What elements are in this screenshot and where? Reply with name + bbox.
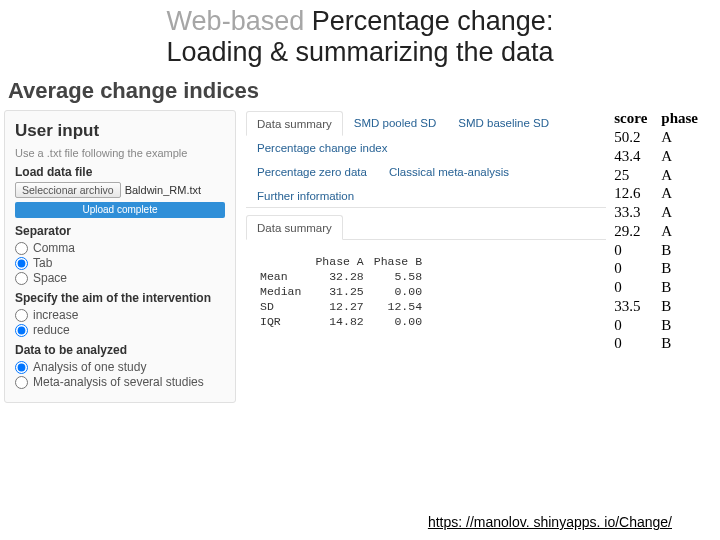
aim-option-increase[interactable]: increase	[15, 308, 225, 322]
raw-cell: B	[661, 334, 698, 353]
file-name: Baldwin_RM.txt	[125, 184, 201, 196]
radio-icon[interactable]	[15, 242, 28, 255]
raw-cell: 43.4	[614, 147, 647, 166]
analyze-option-one[interactable]: Analysis of one study	[15, 360, 225, 374]
raw-cell: B	[661, 316, 698, 335]
raw-cell: 33.3	[614, 203, 647, 222]
tab-pct-zero[interactable]: Percentage zero data	[246, 159, 378, 183]
stats-row-iqr: IQR14.820.00	[260, 314, 432, 329]
stats-row-sd: SD12.2712.54	[260, 299, 432, 314]
separator-option-comma[interactable]: Comma	[15, 241, 225, 255]
slide-title-grey: Web-based	[167, 6, 312, 36]
aim-group: increase reduce	[15, 308, 225, 337]
analyze-group: Analysis of one study Meta-analysis of s…	[15, 360, 225, 389]
raw-cell: 25	[614, 166, 647, 185]
sidebar-title: User input	[15, 121, 225, 141]
radio-icon[interactable]	[15, 272, 28, 285]
stats-table: Phase A Phase B Mean32.285.58 Median31.2…	[260, 254, 432, 329]
upload-progress: Upload complete	[15, 202, 225, 218]
separator-label: Separator	[15, 224, 225, 238]
radio-icon[interactable]	[15, 257, 28, 270]
separator-option-tab[interactable]: Tab	[15, 256, 225, 270]
stats-header-b: Phase B	[374, 254, 432, 269]
raw-cell: B	[661, 259, 698, 278]
raw-cell: 29.2	[614, 222, 647, 241]
raw-cell: B	[661, 241, 698, 260]
tab-data-summary[interactable]: Data summary	[246, 111, 343, 136]
sidebar-hint: Use a .txt file following the example	[15, 147, 225, 159]
raw-cell: B	[661, 297, 698, 316]
aim-label: Specify the aim of the intervention	[15, 291, 225, 305]
raw-cell: 0	[614, 316, 647, 335]
raw-phase-col: phase A A A A A A B B B B B B	[661, 110, 698, 403]
subtab-data-summary[interactable]: Data summary	[246, 215, 343, 240]
slide-title-rest1: Percentage change:	[312, 6, 554, 36]
tabs-area: Data summary SMD pooled SD SMD baseline …	[246, 110, 606, 403]
raw-cell: 12.6	[614, 184, 647, 203]
stats-header-a: Phase A	[315, 254, 373, 269]
slide-title-line2: Loading & summarizing the data	[0, 37, 720, 68]
raw-cell: A	[661, 166, 698, 185]
app-heading: Average change indices	[0, 74, 720, 110]
raw-cell: 33.5	[614, 297, 647, 316]
raw-score-col: score 50.2 43.4 25 12.6 33.3 29.2 0 0 0 …	[614, 110, 647, 403]
separator-group: Comma Tab Space	[15, 241, 225, 285]
aim-option-reduce[interactable]: reduce	[15, 323, 225, 337]
analyze-label: Data to be analyzed	[15, 343, 225, 357]
tab-pct-change[interactable]: Percentage change index	[246, 135, 398, 159]
file-input-row[interactable]: Seleccionar archivo Baldwin_RM.txt	[15, 182, 225, 198]
file-choose-button[interactable]: Seleccionar archivo	[15, 182, 121, 198]
subtab-row: Data summary	[246, 214, 606, 240]
raw-cell: 50.2	[614, 128, 647, 147]
analyze-option-meta[interactable]: Meta-analysis of several studies	[15, 375, 225, 389]
radio-icon[interactable]	[15, 376, 28, 389]
tab-row-1: Data summary SMD pooled SD SMD baseline …	[246, 110, 606, 159]
tab-smd-baseline[interactable]: SMD baseline SD	[447, 110, 560, 135]
raw-data-table: score 50.2 43.4 25 12.6 33.3 29.2 0 0 0 …	[614, 110, 712, 403]
tab-smd-pooled[interactable]: SMD pooled SD	[343, 110, 447, 135]
separator-option-space[interactable]: Space	[15, 271, 225, 285]
raw-cell: A	[661, 128, 698, 147]
stats-row-median: Median31.250.00	[260, 284, 432, 299]
footer-link: https: //manolov. shinyapps. io/Change/	[428, 514, 672, 530]
sidebar: User input Use a .txt file following the…	[4, 110, 236, 403]
tab-classical[interactable]: Classical meta-analysis	[378, 159, 520, 183]
tab-further[interactable]: Further information	[246, 183, 365, 207]
main-panel: Data summary SMD pooled SD SMD baseline …	[236, 110, 716, 403]
radio-icon[interactable]	[15, 361, 28, 374]
raw-cell: B	[661, 278, 698, 297]
raw-cell: A	[661, 147, 698, 166]
raw-phase-header: phase	[661, 110, 698, 127]
raw-cell: A	[661, 184, 698, 203]
tab-row-2: Percentage zero data Classical meta-anal…	[246, 159, 606, 207]
raw-cell: 0	[614, 259, 647, 278]
footer-url[interactable]: https: //manolov. shinyapps. io/Change/	[428, 514, 672, 530]
radio-icon[interactable]	[15, 309, 28, 322]
raw-cell: 0	[614, 278, 647, 297]
raw-cell: A	[661, 222, 698, 241]
raw-cell: 0	[614, 241, 647, 260]
slide-title: Web-based Percentage change: Loading & s…	[0, 0, 720, 74]
radio-icon[interactable]	[15, 324, 28, 337]
raw-score-header: score	[614, 110, 647, 127]
upload-progress-bar: Upload complete	[15, 202, 225, 218]
raw-cell: A	[661, 203, 698, 222]
raw-cell: 0	[614, 334, 647, 353]
load-data-label: Load data file	[15, 165, 225, 179]
stats-header-blank	[260, 254, 315, 269]
stats-row-mean: Mean32.285.58	[260, 269, 432, 284]
